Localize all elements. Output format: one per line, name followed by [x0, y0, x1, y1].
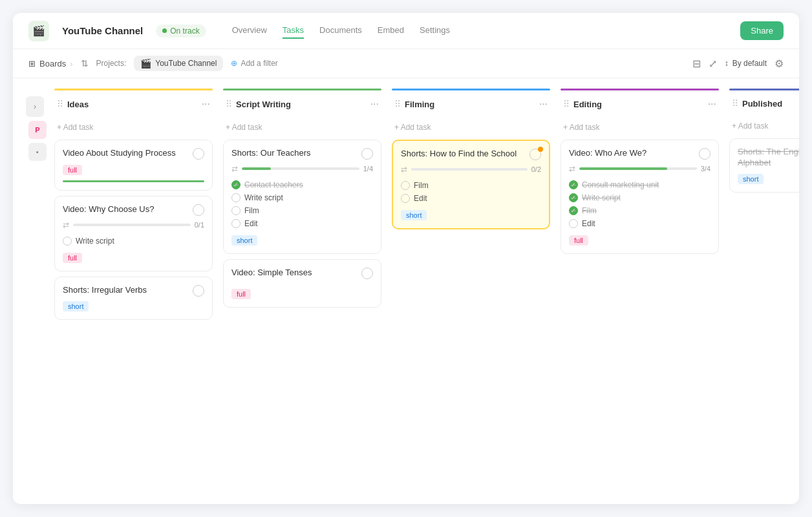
column-script-writing: ⠿ Script Writing ··· + Add task Shorts: …: [223, 89, 381, 313]
expand-icon[interactable]: ⤢: [709, 58, 717, 70]
tag-short-script-1: short: [231, 235, 257, 246]
check-circle-editing-1-1: ✓: [569, 180, 578, 189]
project-tag[interactable]: 🎬 YouTube Channel: [134, 56, 223, 71]
column-border-published: [729, 89, 799, 90]
filter-icon[interactable]: ⇅: [81, 58, 89, 69]
card-ideas-3[interactable]: Shorts: Irregular Verbs short: [54, 277, 213, 320]
progress-text-filming-1: 0/2: [531, 165, 541, 173]
progress-row-ideas-2: ⇄ 0/1: [63, 220, 204, 229]
nav-embed[interactable]: Embed: [378, 23, 404, 39]
card-title-script-1: Shorts: Our Teachers: [231, 148, 311, 159]
check-circle-script-1-3: [231, 206, 240, 215]
header-right: Share: [740, 21, 784, 40]
check-circle-script-1-2: [231, 193, 240, 202]
nav-tasks[interactable]: Tasks: [283, 23, 304, 39]
card-circle-ideas-2: [193, 204, 204, 216]
card-circle-editing-1: [699, 148, 710, 160]
drag-handle-script: ⠿: [226, 99, 232, 109]
tag-full-ideas-2: full: [63, 253, 82, 263]
settings-icon[interactable]: ⚙: [775, 58, 784, 70]
column-header-published: ⠿ Published: [729, 93, 799, 114]
checklist-item-filming-1-1: Film: [401, 179, 541, 192]
column-border-filming: [392, 89, 550, 90]
add-task-script[interactable]: + Add task: [223, 120, 381, 134]
add-task-published[interactable]: + Add task: [729, 119, 799, 133]
card-filming-1[interactable]: Shorts: How to Find the School ⇄ 0/2 Fil: [392, 140, 550, 229]
tag-short-published-1: short: [738, 174, 764, 184]
status-badge: On track: [156, 25, 206, 37]
progress-text-ideas-2: 0/1: [195, 221, 204, 229]
column-title-editing: Editing: [573, 100, 708, 109]
card-ideas-2[interactable]: Video: Why Choose Us? ⇄ 0/1 Write script…: [54, 196, 213, 271]
column-menu-ideas[interactable]: ···: [202, 98, 210, 110]
sidebar-toggle-button[interactable]: ›: [26, 96, 44, 117]
card-circle-ideas-1: [193, 148, 204, 160]
add-task-ideas[interactable]: + Add task: [54, 120, 213, 134]
status-dot: [162, 28, 167, 33]
add-task-editing[interactable]: + Add task: [561, 120, 719, 134]
avatar-square[interactable]: ▪: [28, 143, 47, 161]
card-title-published-1: Shorts: The English Alphabet: [738, 147, 799, 167]
nav-documents[interactable]: Documents: [319, 23, 362, 39]
progress-row-script-1: ⇄ 1/4: [231, 164, 373, 173]
column-border-script: [223, 89, 381, 90]
projects-label: Projects:: [96, 59, 127, 68]
app-logo: 🎬: [28, 21, 49, 41]
checklist-label-script-1-4: Edit: [244, 219, 258, 228]
add-filter-button[interactable]: ⊕ Add a filter: [231, 59, 277, 68]
card-title-ideas-3: Shorts: Irregular Verbs: [63, 285, 147, 296]
nav-overview[interactable]: Overview: [232, 23, 267, 39]
card-script-2[interactable]: Video: Simple Tenses full: [223, 259, 381, 308]
share-button[interactable]: Share: [740, 21, 784, 40]
orange-indicator: [538, 147, 543, 152]
avatar-p[interactable]: P: [28, 121, 47, 139]
plus-circle-icon: ⊕: [231, 59, 237, 68]
column-menu-editing[interactable]: ···: [708, 98, 716, 110]
add-task-filming[interactable]: + Add task: [392, 120, 550, 134]
nav-settings[interactable]: Settings: [420, 23, 450, 39]
progress-bar-ideas-1: [63, 180, 204, 182]
main-nav: Overview Tasks Documents Embed Settings: [232, 23, 450, 39]
check-circle-filming-1-1: [401, 181, 410, 190]
table-icon: ⊞: [28, 59, 36, 69]
card-title-filming-1: Shorts: How to Find the School: [401, 149, 517, 160]
tag-short-ideas-3: short: [63, 301, 89, 311]
drag-handle-ideas: ⠿: [57, 99, 63, 109]
project-name: YouTube Channel: [155, 59, 217, 68]
card-ideas-1[interactable]: Video About Studying Process full: [54, 140, 213, 191]
drag-handle-editing: ⠿: [563, 99, 570, 109]
grid-view-icon[interactable]: ⊟: [692, 58, 701, 70]
checklist-label-script-1-2: Write script: [244, 193, 283, 202]
column-filming: ⠿ Filming ··· + Add task Shorts: How to …: [392, 89, 550, 235]
card-circle-ideas-3: [193, 285, 204, 297]
checklist-item-script-1-2: Write script: [231, 191, 373, 204]
progress-fill-script-1: [242, 167, 271, 170]
app-header: 🎬 YouTube Channel On track Overview Task…: [13, 13, 799, 49]
card-editing-1[interactable]: Video: Who Are We? ⇄ 3/4 ✓ Consult marke…: [561, 140, 719, 254]
progress-icon-script-1: ⇄: [231, 164, 238, 173]
check-circle-editing-1-4: [569, 219, 578, 228]
card-script-1[interactable]: Shorts: Our Teachers ⇄ 1/4 ✓ Contact tea…: [223, 140, 381, 254]
progress-icon-filming-1: ⇄: [401, 165, 407, 174]
column-header-ideas: ⠿ Ideas ···: [54, 93, 213, 115]
drag-handle-published: ⠿: [732, 98, 738, 109]
boards-button[interactable]: ⊞ Boards ›: [28, 59, 73, 69]
column-header-filming: ⠿ Filming ···: [392, 93, 550, 115]
column-editing: ⠿ Editing ··· + Add task Video: Who Are …: [561, 89, 719, 259]
column-border-ideas: [54, 89, 213, 90]
column-menu-filming[interactable]: ···: [539, 98, 548, 110]
check-circle-ideas-2-1: [63, 237, 72, 246]
project-emoji: 🎬: [140, 58, 151, 69]
checklist-item-filming-1-2: Edit: [401, 192, 541, 205]
checklist-item-editing-1-3: ✓ Film: [569, 204, 710, 217]
column-menu-script[interactable]: ···: [370, 98, 379, 110]
check-circle-editing-1-2: ✓: [569, 193, 578, 202]
column-header-script: ⠿ Script Writing ···: [223, 93, 381, 115]
card-published-1[interactable]: Shorts: The English Alphabet short: [729, 138, 799, 193]
progress-text-editing-1: 3/4: [701, 165, 710, 173]
checklist-label-ideas-2-1: Write script: [76, 237, 114, 246]
checklist-label-editing-1-1: Consult marketing unit: [582, 180, 659, 189]
sort-button[interactable]: ↕ By default: [725, 59, 767, 68]
checklist-label-editing-1-3: Film: [582, 206, 597, 215]
checklist-item-editing-1-1: ✓ Consult marketing unit: [569, 178, 710, 191]
